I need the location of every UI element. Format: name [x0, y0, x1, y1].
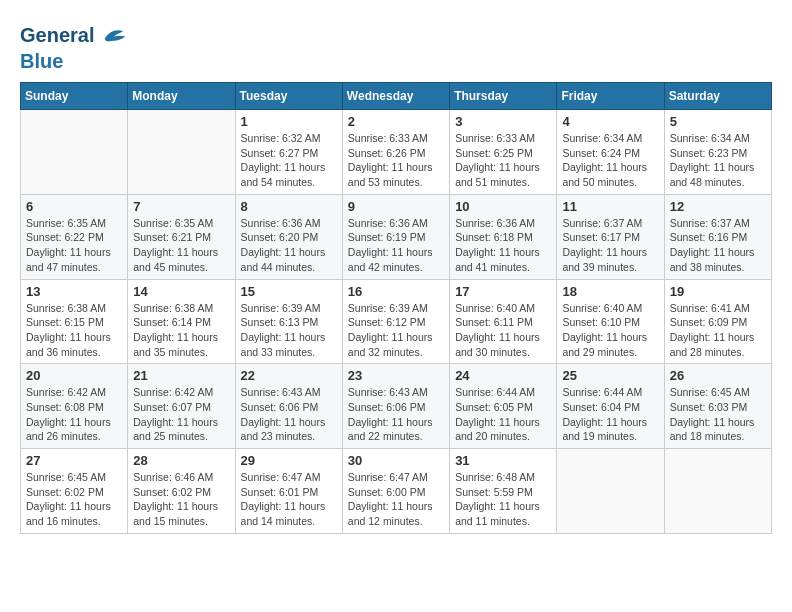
- day-number: 14: [133, 284, 229, 299]
- logo: General Blue: [20, 20, 127, 72]
- day-number: 13: [26, 284, 122, 299]
- day-info: Sunrise: 6:42 AMSunset: 6:08 PMDaylight:…: [26, 385, 122, 444]
- day-info: Sunrise: 6:42 AMSunset: 6:07 PMDaylight:…: [133, 385, 229, 444]
- calendar-week-row: 27Sunrise: 6:45 AMSunset: 6:02 PMDayligh…: [21, 449, 772, 534]
- day-number: 30: [348, 453, 444, 468]
- day-info: Sunrise: 6:36 AMSunset: 6:20 PMDaylight:…: [241, 216, 337, 275]
- day-info: Sunrise: 6:38 AMSunset: 6:15 PMDaylight:…: [26, 301, 122, 360]
- weekday-header-thursday: Thursday: [450, 83, 557, 110]
- calendar-day-29: 29Sunrise: 6:47 AMSunset: 6:01 PMDayligh…: [235, 449, 342, 534]
- day-info: Sunrise: 6:36 AMSunset: 6:18 PMDaylight:…: [455, 216, 551, 275]
- day-number: 11: [562, 199, 658, 214]
- calendar-table: SundayMondayTuesdayWednesdayThursdayFrid…: [20, 82, 772, 534]
- weekday-header-saturday: Saturday: [664, 83, 771, 110]
- calendar-week-row: 1Sunrise: 6:32 AMSunset: 6:27 PMDaylight…: [21, 110, 772, 195]
- day-number: 10: [455, 199, 551, 214]
- day-info: Sunrise: 6:48 AMSunset: 5:59 PMDaylight:…: [455, 470, 551, 529]
- day-number: 31: [455, 453, 551, 468]
- calendar-day-27: 27Sunrise: 6:45 AMSunset: 6:02 PMDayligh…: [21, 449, 128, 534]
- calendar-day-12: 12Sunrise: 6:37 AMSunset: 6:16 PMDayligh…: [664, 194, 771, 279]
- calendar-day-30: 30Sunrise: 6:47 AMSunset: 6:00 PMDayligh…: [342, 449, 449, 534]
- calendar-day-18: 18Sunrise: 6:40 AMSunset: 6:10 PMDayligh…: [557, 279, 664, 364]
- day-number: 6: [26, 199, 122, 214]
- calendar-empty-cell: [128, 110, 235, 195]
- day-number: 16: [348, 284, 444, 299]
- day-info: Sunrise: 6:34 AMSunset: 6:23 PMDaylight:…: [670, 131, 766, 190]
- day-number: 4: [562, 114, 658, 129]
- calendar-day-19: 19Sunrise: 6:41 AMSunset: 6:09 PMDayligh…: [664, 279, 771, 364]
- day-number: 26: [670, 368, 766, 383]
- day-number: 23: [348, 368, 444, 383]
- day-number: 21: [133, 368, 229, 383]
- day-number: 8: [241, 199, 337, 214]
- weekday-header-wednesday: Wednesday: [342, 83, 449, 110]
- calendar-day-10: 10Sunrise: 6:36 AMSunset: 6:18 PMDayligh…: [450, 194, 557, 279]
- calendar-day-16: 16Sunrise: 6:39 AMSunset: 6:12 PMDayligh…: [342, 279, 449, 364]
- day-number: 29: [241, 453, 337, 468]
- day-info: Sunrise: 6:40 AMSunset: 6:11 PMDaylight:…: [455, 301, 551, 360]
- day-info: Sunrise: 6:33 AMSunset: 6:25 PMDaylight:…: [455, 131, 551, 190]
- page-header: General Blue: [20, 20, 772, 72]
- calendar-empty-cell: [557, 449, 664, 534]
- day-number: 3: [455, 114, 551, 129]
- day-number: 20: [26, 368, 122, 383]
- day-number: 2: [348, 114, 444, 129]
- calendar-day-15: 15Sunrise: 6:39 AMSunset: 6:13 PMDayligh…: [235, 279, 342, 364]
- day-info: Sunrise: 6:43 AMSunset: 6:06 PMDaylight:…: [348, 385, 444, 444]
- calendar-day-5: 5Sunrise: 6:34 AMSunset: 6:23 PMDaylight…: [664, 110, 771, 195]
- day-number: 12: [670, 199, 766, 214]
- day-info: Sunrise: 6:39 AMSunset: 6:13 PMDaylight:…: [241, 301, 337, 360]
- calendar-day-24: 24Sunrise: 6:44 AMSunset: 6:05 PMDayligh…: [450, 364, 557, 449]
- calendar-day-28: 28Sunrise: 6:46 AMSunset: 6:02 PMDayligh…: [128, 449, 235, 534]
- day-info: Sunrise: 6:35 AMSunset: 6:22 PMDaylight:…: [26, 216, 122, 275]
- day-number: 9: [348, 199, 444, 214]
- day-info: Sunrise: 6:43 AMSunset: 6:06 PMDaylight:…: [241, 385, 337, 444]
- logo-text-blue: Blue: [20, 50, 127, 72]
- day-number: 25: [562, 368, 658, 383]
- day-info: Sunrise: 6:34 AMSunset: 6:24 PMDaylight:…: [562, 131, 658, 190]
- day-info: Sunrise: 6:45 AMSunset: 6:03 PMDaylight:…: [670, 385, 766, 444]
- calendar-day-7: 7Sunrise: 6:35 AMSunset: 6:21 PMDaylight…: [128, 194, 235, 279]
- calendar-day-8: 8Sunrise: 6:36 AMSunset: 6:20 PMDaylight…: [235, 194, 342, 279]
- day-info: Sunrise: 6:37 AMSunset: 6:16 PMDaylight:…: [670, 216, 766, 275]
- day-info: Sunrise: 6:39 AMSunset: 6:12 PMDaylight:…: [348, 301, 444, 360]
- day-number: 7: [133, 199, 229, 214]
- day-number: 18: [562, 284, 658, 299]
- day-number: 5: [670, 114, 766, 129]
- calendar-day-25: 25Sunrise: 6:44 AMSunset: 6:04 PMDayligh…: [557, 364, 664, 449]
- day-info: Sunrise: 6:35 AMSunset: 6:21 PMDaylight:…: [133, 216, 229, 275]
- calendar-week-row: 20Sunrise: 6:42 AMSunset: 6:08 PMDayligh…: [21, 364, 772, 449]
- calendar-day-11: 11Sunrise: 6:37 AMSunset: 6:17 PMDayligh…: [557, 194, 664, 279]
- day-number: 15: [241, 284, 337, 299]
- day-info: Sunrise: 6:38 AMSunset: 6:14 PMDaylight:…: [133, 301, 229, 360]
- day-info: Sunrise: 6:45 AMSunset: 6:02 PMDaylight:…: [26, 470, 122, 529]
- calendar-day-22: 22Sunrise: 6:43 AMSunset: 6:06 PMDayligh…: [235, 364, 342, 449]
- day-info: Sunrise: 6:41 AMSunset: 6:09 PMDaylight:…: [670, 301, 766, 360]
- calendar-day-26: 26Sunrise: 6:45 AMSunset: 6:03 PMDayligh…: [664, 364, 771, 449]
- calendar-header-row: SundayMondayTuesdayWednesdayThursdayFrid…: [21, 83, 772, 110]
- calendar-day-1: 1Sunrise: 6:32 AMSunset: 6:27 PMDaylight…: [235, 110, 342, 195]
- day-info: Sunrise: 6:44 AMSunset: 6:04 PMDaylight:…: [562, 385, 658, 444]
- day-info: Sunrise: 6:47 AMSunset: 6:01 PMDaylight:…: [241, 470, 337, 529]
- calendar-day-14: 14Sunrise: 6:38 AMSunset: 6:14 PMDayligh…: [128, 279, 235, 364]
- calendar-day-9: 9Sunrise: 6:36 AMSunset: 6:19 PMDaylight…: [342, 194, 449, 279]
- day-number: 27: [26, 453, 122, 468]
- calendar-empty-cell: [664, 449, 771, 534]
- day-number: 24: [455, 368, 551, 383]
- calendar-day-3: 3Sunrise: 6:33 AMSunset: 6:25 PMDaylight…: [450, 110, 557, 195]
- weekday-header-sunday: Sunday: [21, 83, 128, 110]
- calendar-empty-cell: [21, 110, 128, 195]
- calendar-day-21: 21Sunrise: 6:42 AMSunset: 6:07 PMDayligh…: [128, 364, 235, 449]
- calendar-day-31: 31Sunrise: 6:48 AMSunset: 5:59 PMDayligh…: [450, 449, 557, 534]
- calendar-day-23: 23Sunrise: 6:43 AMSunset: 6:06 PMDayligh…: [342, 364, 449, 449]
- calendar-week-row: 6Sunrise: 6:35 AMSunset: 6:22 PMDaylight…: [21, 194, 772, 279]
- weekday-header-friday: Friday: [557, 83, 664, 110]
- day-info: Sunrise: 6:46 AMSunset: 6:02 PMDaylight:…: [133, 470, 229, 529]
- calendar-day-13: 13Sunrise: 6:38 AMSunset: 6:15 PMDayligh…: [21, 279, 128, 364]
- day-info: Sunrise: 6:47 AMSunset: 6:00 PMDaylight:…: [348, 470, 444, 529]
- day-info: Sunrise: 6:32 AMSunset: 6:27 PMDaylight:…: [241, 131, 337, 190]
- day-number: 28: [133, 453, 229, 468]
- logo-bird-icon: [97, 20, 127, 50]
- day-number: 22: [241, 368, 337, 383]
- calendar-day-6: 6Sunrise: 6:35 AMSunset: 6:22 PMDaylight…: [21, 194, 128, 279]
